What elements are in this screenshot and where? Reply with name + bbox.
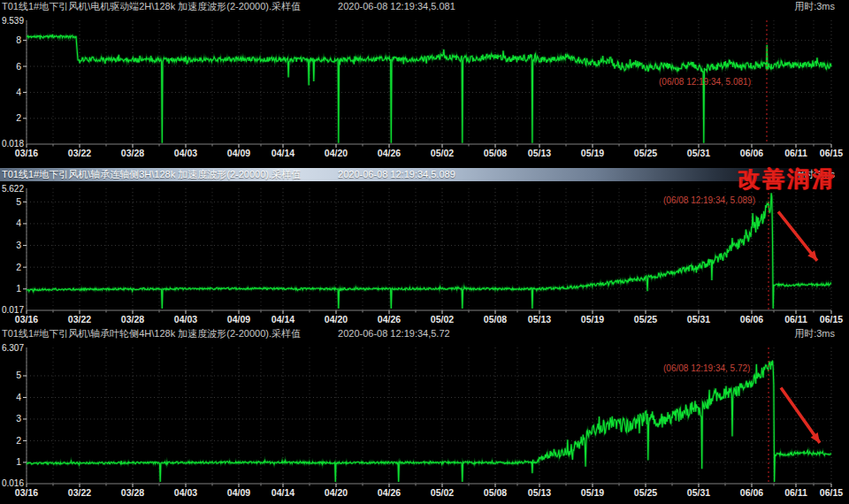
- waveform-glow: [27, 193, 831, 309]
- cursor-value-annotation: (06/08 12:19:34, 5.72): [663, 363, 750, 373]
- y-tick-label: 2: [16, 112, 21, 123]
- chart3-title: T01线1#地下引风机\轴承叶轮侧4H\128k 加速度波形(2-20000).…: [2, 327, 301, 340]
- x-tick-label: 03/28: [121, 314, 144, 325]
- chart2-title: T01线1#地下引风机\轴承连轴侧3H\128k 加速度波形(2-20000).…: [2, 168, 301, 181]
- x-tick-label: 04/14: [272, 487, 294, 498]
- y-min-label: 0.018: [2, 139, 24, 149]
- x-tick-label: 03/16: [15, 487, 38, 498]
- x-tick-label: 05/13: [528, 314, 551, 325]
- x-tick-label: 04/03: [174, 314, 197, 325]
- y-tick-label: 4: [16, 392, 21, 402]
- y-max-label: 6.307: [2, 343, 24, 353]
- x-tick-label: 06/15: [820, 148, 843, 158]
- x-tick-label: 05/31: [687, 148, 710, 158]
- cursor-value-annotation: (06/08 12:19:34, 5.081): [659, 77, 751, 87]
- chart1-plot-area[interactable]: 03/1603/2203/2804/0304/0904/1404/2004/26…: [0, 13, 849, 168]
- y-tick-label: 5: [16, 370, 21, 380]
- y-min-label: 0.017: [2, 305, 24, 315]
- chart2-header[interactable]: T01线1#地下引风机\轴承连轴侧3H\128k 加速度波形(2-20000).…: [0, 168, 849, 181]
- chart-panel-bearing-coupling-side-3h: 改善润滑 T01线1#地下引风机\轴承连轴侧3H\128k 加速度波形(2-20…: [0, 168, 849, 327]
- y-tick-label: 6: [16, 61, 21, 72]
- x-tick-label: 06/06: [740, 487, 763, 498]
- x-tick-label: 03/28: [121, 148, 144, 158]
- x-tick-label: 05/02: [431, 314, 454, 325]
- x-tick-label: 05/19: [581, 314, 604, 325]
- x-tick-label: 05/25: [634, 487, 657, 498]
- x-tick-label: 03/22: [68, 487, 91, 498]
- y-tick-label: 4: [16, 218, 21, 228]
- y-tick-label: 4: [16, 87, 21, 97]
- chart1-waveform-svg[interactable]: 03/1603/2203/2804/0304/0904/1404/2004/26…: [0, 13, 849, 168]
- x-tick-label: 03/22: [68, 148, 91, 158]
- x-tick-label: 03/22: [68, 314, 91, 325]
- chart3-waveform-svg[interactable]: 03/1603/2203/2804/0304/0904/1404/2004/26…: [0, 340, 849, 504]
- chart1-header[interactable]: T01线1#地下引风机\电机驱动端2H\128k 加速度波形(2-20000).…: [0, 0, 849, 13]
- y-tick-label: 2: [16, 435, 21, 446]
- chart-panel-motor-drive-end-2h: T01线1#地下引风机\电机驱动端2H\128k 加速度波形(2-20000).…: [0, 0, 849, 168]
- x-tick-label: 04/26: [378, 148, 401, 158]
- x-tick-label: 06/15: [820, 487, 843, 498]
- chart1-title: T01线1#地下引风机\电机驱动端2H\128k 加速度波形(2-20000).…: [2, 0, 301, 13]
- waveform-glow: [27, 34, 831, 143]
- x-tick-label: 05/13: [528, 148, 551, 158]
- y-max-label: 9.539: [2, 16, 24, 26]
- x-tick-label: 06/06: [740, 148, 763, 158]
- x-tick-label: 05/02: [431, 148, 454, 158]
- x-tick-label: 04/09: [227, 487, 250, 498]
- chart1-elapsed-time: 用时:3ms: [794, 0, 835, 13]
- x-tick-label: 04/26: [378, 487, 401, 498]
- y-tick-label: 2: [16, 262, 21, 272]
- x-tick-label: 05/31: [687, 487, 710, 498]
- x-tick-label: 05/08: [484, 314, 507, 325]
- x-tick-label: 03/16: [15, 148, 38, 158]
- chart3-header[interactable]: T01线1#地下引风机\轴承叶轮侧4H\128k 加速度波形(2-20000).…: [0, 327, 849, 340]
- x-tick-label: 04/26: [378, 314, 401, 325]
- x-tick-label: 03/28: [121, 487, 144, 498]
- x-tick-label: 05/08: [484, 148, 507, 158]
- x-tick-label: 06/11: [784, 148, 807, 158]
- x-tick-label: 05/25: [634, 314, 657, 325]
- x-tick-label: 06/15: [820, 314, 843, 325]
- y-tick-label: 1: [16, 456, 21, 467]
- waveform-glow: [27, 361, 831, 482]
- waveform-trace: [27, 34, 831, 143]
- x-tick-label: 05/19: [581, 148, 604, 158]
- cursor-value-annotation: (06/08 12:19:34, 5.089): [663, 195, 755, 205]
- x-tick-label: 04/09: [227, 148, 250, 158]
- x-tick-label: 04/03: [174, 487, 197, 498]
- x-tick-label: 05/08: [484, 487, 507, 498]
- y-max-label: 5.622: [2, 184, 24, 194]
- chart3-plot-area[interactable]: 03/1603/2203/2804/0304/0904/1404/2004/26…: [0, 340, 849, 504]
- x-tick-label: 04/20: [325, 148, 348, 158]
- x-tick-label: 05/19: [581, 487, 604, 498]
- x-tick-label: 04/20: [325, 487, 348, 498]
- chart3-timestamp: 2020-06-08 12:19:34,5.72: [338, 327, 450, 340]
- improve-lubrication-callout: 改善润滑: [738, 164, 837, 194]
- x-tick-label: 05/02: [431, 487, 454, 498]
- chart1-timestamp: 2020-06-08 12:19:34,5.081: [338, 0, 455, 13]
- chart3-elapsed-time: 用时:3ms: [794, 327, 835, 340]
- y-tick-label: 1: [16, 283, 21, 294]
- y-tick-label: 3: [16, 240, 21, 250]
- chart2-waveform-svg[interactable]: 03/1603/2203/2804/0304/0904/1404/2004/26…: [0, 181, 849, 327]
- x-tick-label: 06/06: [740, 314, 763, 325]
- x-tick-label: 05/13: [528, 487, 551, 498]
- y-tick-label: 8: [16, 34, 21, 45]
- x-tick-label: 06/11: [784, 314, 807, 325]
- x-tick-label: 06/11: [784, 487, 807, 498]
- y-tick-label: 3: [16, 413, 21, 424]
- chart-panel-bearing-impeller-side-4h: T01线1#地下引风机\轴承叶轮侧4H\128k 加速度波形(2-20000).…: [0, 327, 849, 504]
- y-min-label: 0.016: [2, 478, 24, 488]
- chart2-timestamp: 2020-06-08 12:19:34,5.089: [338, 168, 455, 181]
- chart2-plot-area[interactable]: 03/1603/2203/2804/0304/0904/1404/2004/26…: [0, 181, 849, 327]
- x-tick-label: 05/25: [634, 148, 657, 158]
- y-tick-label: 5: [16, 196, 21, 207]
- x-tick-label: 03/16: [15, 314, 38, 325]
- x-tick-label: 04/14: [272, 148, 294, 158]
- x-tick-label: 04/03: [174, 148, 197, 158]
- x-tick-label: 04/09: [227, 314, 250, 325]
- x-tick-label: 04/20: [325, 314, 348, 325]
- x-tick-label: 04/14: [272, 314, 294, 325]
- x-tick-label: 05/31: [687, 314, 710, 325]
